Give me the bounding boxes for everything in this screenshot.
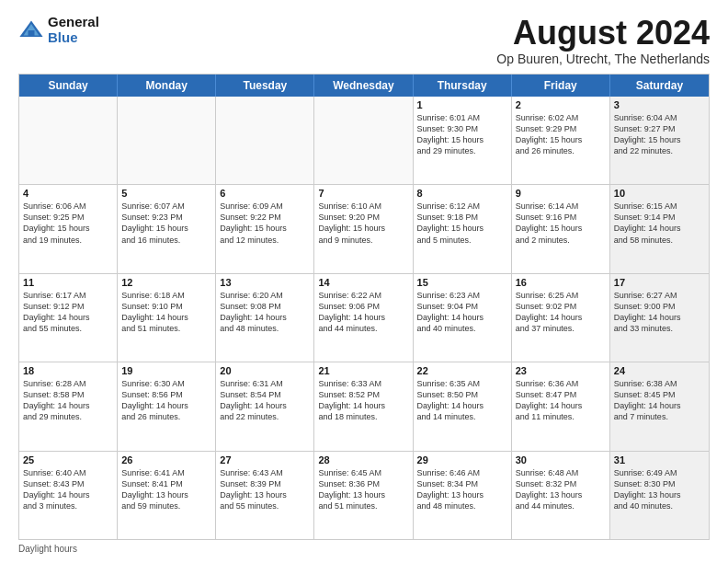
calendar-header-cell: Tuesday xyxy=(216,75,314,97)
cell-content: Sunrise: 6:02 AM Sunset: 9:29 PM Dayligh… xyxy=(516,112,606,157)
calendar-cell: 23Sunrise: 6:36 AM Sunset: 8:47 PM Dayli… xyxy=(512,362,610,450)
cell-content: Sunrise: 6:01 AM Sunset: 9:30 PM Dayligh… xyxy=(417,112,507,157)
cell-content: Sunrise: 6:20 AM Sunset: 9:08 PM Dayligh… xyxy=(220,290,310,335)
calendar-cell: 10Sunrise: 6:15 AM Sunset: 9:14 PM Dayli… xyxy=(610,185,709,272)
cell-content: Sunrise: 6:43 AM Sunset: 8:39 PM Dayligh… xyxy=(220,467,310,512)
cell-content: Sunrise: 6:22 AM Sunset: 9:06 PM Dayligh… xyxy=(318,290,408,335)
day-number: 24 xyxy=(614,365,705,376)
day-number: 2 xyxy=(516,99,606,110)
day-number: 14 xyxy=(318,277,408,288)
title-block: August 2024 Op Buuren, Utrecht, The Neth… xyxy=(496,15,710,66)
calendar-header: SundayMondayTuesdayWednesdayThursdayFrid… xyxy=(19,75,709,97)
calendar-cell: 14Sunrise: 6:22 AM Sunset: 9:06 PM Dayli… xyxy=(314,274,413,362)
day-number: 29 xyxy=(417,454,507,465)
cell-content: Sunrise: 6:35 AM Sunset: 8:50 PM Dayligh… xyxy=(417,378,507,423)
calendar-cell: 5Sunrise: 6:07 AM Sunset: 9:23 PM Daylig… xyxy=(118,185,216,272)
footer-note: Daylight hours xyxy=(18,544,710,554)
calendar-cell xyxy=(118,97,216,184)
calendar-header-cell: Monday xyxy=(118,75,216,97)
cell-content: Sunrise: 6:31 AM Sunset: 8:54 PM Dayligh… xyxy=(220,378,310,423)
logo-blue: Blue xyxy=(48,30,99,46)
calendar-cell: 6Sunrise: 6:09 AM Sunset: 9:22 PM Daylig… xyxy=(216,185,314,272)
day-number: 25 xyxy=(23,454,113,465)
calendar-cell: 26Sunrise: 6:41 AM Sunset: 8:41 PM Dayli… xyxy=(118,452,216,539)
calendar-cell: 28Sunrise: 6:45 AM Sunset: 8:36 PM Dayli… xyxy=(314,452,413,539)
day-number: 10 xyxy=(614,188,705,199)
calendar-cell: 11Sunrise: 6:17 AM Sunset: 9:12 PM Dayli… xyxy=(19,274,118,362)
day-number: 27 xyxy=(220,454,310,465)
calendar-cell: 30Sunrise: 6:48 AM Sunset: 8:32 PM Dayli… xyxy=(512,452,610,539)
calendar-cell xyxy=(19,97,118,184)
cell-content: Sunrise: 6:40 AM Sunset: 8:43 PM Dayligh… xyxy=(23,467,113,512)
calendar-header-cell: Wednesday xyxy=(314,75,413,97)
calendar-cell: 31Sunrise: 6:49 AM Sunset: 8:30 PM Dayli… xyxy=(610,452,709,539)
day-number: 8 xyxy=(417,188,507,199)
day-number: 18 xyxy=(23,365,113,376)
calendar: SundayMondayTuesdayWednesdayThursdayFrid… xyxy=(18,74,710,540)
day-number: 11 xyxy=(23,277,113,288)
cell-content: Sunrise: 6:38 AM Sunset: 8:45 PM Dayligh… xyxy=(614,378,705,423)
cell-content: Sunrise: 6:15 AM Sunset: 9:14 PM Dayligh… xyxy=(614,201,705,246)
logo-icon xyxy=(18,17,44,43)
cell-content: Sunrise: 6:09 AM Sunset: 9:22 PM Dayligh… xyxy=(220,201,310,246)
day-number: 21 xyxy=(318,365,408,376)
cell-content: Sunrise: 6:27 AM Sunset: 9:00 PM Dayligh… xyxy=(614,290,705,335)
calendar-cell: 3Sunrise: 6:04 AM Sunset: 9:27 PM Daylig… xyxy=(610,97,709,184)
calendar-header-cell: Thursday xyxy=(414,75,512,97)
day-number: 4 xyxy=(23,188,113,199)
calendar-cell: 25Sunrise: 6:40 AM Sunset: 8:43 PM Dayli… xyxy=(19,452,118,539)
cell-content: Sunrise: 6:46 AM Sunset: 8:34 PM Dayligh… xyxy=(417,467,507,512)
calendar-header-cell: Saturday xyxy=(610,75,709,97)
cell-content: Sunrise: 6:14 AM Sunset: 9:16 PM Dayligh… xyxy=(516,201,606,246)
calendar-cell: 13Sunrise: 6:20 AM Sunset: 9:08 PM Dayli… xyxy=(216,274,314,362)
logo-text: General Blue xyxy=(48,15,99,45)
cell-content: Sunrise: 6:17 AM Sunset: 9:12 PM Dayligh… xyxy=(23,290,113,335)
calendar-cell xyxy=(216,97,314,184)
calendar-cell xyxy=(314,97,413,184)
day-number: 13 xyxy=(220,277,310,288)
cell-content: Sunrise: 6:49 AM Sunset: 8:30 PM Dayligh… xyxy=(614,467,705,512)
logo-general: General xyxy=(48,15,99,30)
cell-content: Sunrise: 6:10 AM Sunset: 9:20 PM Dayligh… xyxy=(318,201,408,246)
calendar-row: 4Sunrise: 6:06 AM Sunset: 9:25 PM Daylig… xyxy=(19,184,709,272)
day-number: 31 xyxy=(614,454,705,465)
calendar-cell: 4Sunrise: 6:06 AM Sunset: 9:25 PM Daylig… xyxy=(19,185,118,272)
calendar-cell: 29Sunrise: 6:46 AM Sunset: 8:34 PM Dayli… xyxy=(414,452,512,539)
cell-content: Sunrise: 6:33 AM Sunset: 8:52 PM Dayligh… xyxy=(318,378,408,423)
cell-content: Sunrise: 6:45 AM Sunset: 8:36 PM Dayligh… xyxy=(318,467,408,512)
calendar-row: 18Sunrise: 6:28 AM Sunset: 8:58 PM Dayli… xyxy=(19,362,709,450)
calendar-cell: 15Sunrise: 6:23 AM Sunset: 9:04 PM Dayli… xyxy=(414,274,512,362)
day-number: 3 xyxy=(614,99,705,110)
calendar-cell: 2Sunrise: 6:02 AM Sunset: 9:29 PM Daylig… xyxy=(512,97,610,184)
calendar-cell: 1Sunrise: 6:01 AM Sunset: 9:30 PM Daylig… xyxy=(414,97,512,184)
calendar-cell: 24Sunrise: 6:38 AM Sunset: 8:45 PM Dayli… xyxy=(610,362,709,450)
day-number: 17 xyxy=(614,277,705,288)
calendar-cell: 20Sunrise: 6:31 AM Sunset: 8:54 PM Dayli… xyxy=(216,362,314,450)
subtitle: Op Buuren, Utrecht, The Netherlands xyxy=(496,52,710,66)
calendar-cell: 17Sunrise: 6:27 AM Sunset: 9:00 PM Dayli… xyxy=(610,274,709,362)
month-title: August 2024 xyxy=(496,15,710,52)
calendar-cell: 21Sunrise: 6:33 AM Sunset: 8:52 PM Dayli… xyxy=(314,362,413,450)
calendar-cell: 16Sunrise: 6:25 AM Sunset: 9:02 PM Dayli… xyxy=(512,274,610,362)
calendar-cell: 18Sunrise: 6:28 AM Sunset: 8:58 PM Dayli… xyxy=(19,362,118,450)
svg-rect-2 xyxy=(28,30,35,37)
calendar-body: 1Sunrise: 6:01 AM Sunset: 9:30 PM Daylig… xyxy=(19,97,709,539)
calendar-cell: 27Sunrise: 6:43 AM Sunset: 8:39 PM Dayli… xyxy=(216,452,314,539)
header: General Blue August 2024 Op Buuren, Utre… xyxy=(18,15,710,66)
calendar-header-cell: Friday xyxy=(512,75,610,97)
calendar-row: 25Sunrise: 6:40 AM Sunset: 8:43 PM Dayli… xyxy=(19,451,709,539)
cell-content: Sunrise: 6:36 AM Sunset: 8:47 PM Dayligh… xyxy=(516,378,606,423)
cell-content: Sunrise: 6:06 AM Sunset: 9:25 PM Dayligh… xyxy=(23,201,113,246)
cell-content: Sunrise: 6:07 AM Sunset: 9:23 PM Dayligh… xyxy=(121,201,211,246)
day-number: 5 xyxy=(121,188,211,199)
day-number: 22 xyxy=(417,365,507,376)
cell-content: Sunrise: 6:04 AM Sunset: 9:27 PM Dayligh… xyxy=(614,112,705,157)
calendar-cell: 8Sunrise: 6:12 AM Sunset: 9:18 PM Daylig… xyxy=(414,185,512,272)
day-number: 26 xyxy=(121,454,211,465)
calendar-header-cell: Sunday xyxy=(19,75,118,97)
day-number: 19 xyxy=(121,365,211,376)
page: General Blue August 2024 Op Buuren, Utre… xyxy=(0,0,728,563)
logo: General Blue xyxy=(18,15,99,45)
calendar-cell: 22Sunrise: 6:35 AM Sunset: 8:50 PM Dayli… xyxy=(414,362,512,450)
calendar-row: 1Sunrise: 6:01 AM Sunset: 9:30 PM Daylig… xyxy=(19,97,709,184)
